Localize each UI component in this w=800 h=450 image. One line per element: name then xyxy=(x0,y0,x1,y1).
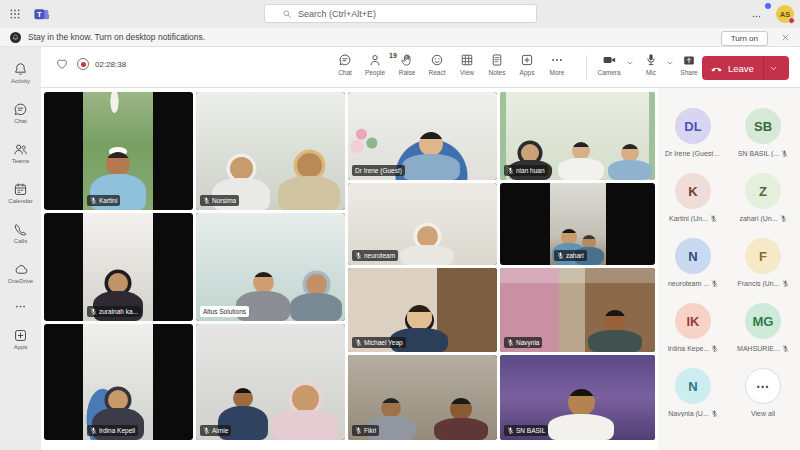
phone-down-icon xyxy=(710,62,723,75)
notes-button[interactable]: Notes xyxy=(481,53,513,76)
video-tile[interactable]: Aimie xyxy=(196,324,345,440)
video-tile[interactable]: Norsima xyxy=(196,92,345,210)
chat-icon xyxy=(13,102,28,117)
more-icon xyxy=(14,300,27,313)
mic-off-icon xyxy=(710,215,717,222)
avatar[interactable]: IK xyxy=(675,303,711,339)
participant-navynia: N Navynia (U... xyxy=(660,368,726,417)
video-tile[interactable]: neuroteam xyxy=(348,183,497,265)
toolbar-divider xyxy=(586,55,587,80)
search-input[interactable]: Search (Ctrl+Alt+E) xyxy=(264,4,537,23)
video-tile[interactable]: Fikri xyxy=(348,355,497,440)
mic-off-icon xyxy=(203,427,210,434)
share-icon xyxy=(682,54,696,67)
sidebar-item-onedrive[interactable]: OneDrive xyxy=(0,253,41,293)
meeting-timer: 02:28:38 xyxy=(95,60,126,69)
video-tile[interactable]: Navynia xyxy=(500,268,655,352)
avatar[interactable]: DL xyxy=(675,108,711,144)
close-icon[interactable] xyxy=(781,33,790,42)
chat-icon xyxy=(338,53,352,67)
teams-logo-icon: T xyxy=(33,6,50,23)
turn-on-button[interactable]: Turn on xyxy=(721,31,768,46)
sidebar-item-apps[interactable]: Apps xyxy=(0,319,41,359)
sidebar-item-activity[interactable]: Activity xyxy=(0,53,41,93)
app-rail: Activity Chat Teams Calendar Calls OneDr… xyxy=(0,47,41,450)
apps-button[interactable]: Apps xyxy=(511,53,543,76)
mic-off-icon xyxy=(782,280,789,287)
video-tile[interactable]: Kartini xyxy=(44,92,193,210)
people-button[interactable]: 19 People xyxy=(359,53,391,76)
mic-off-icon xyxy=(90,427,97,434)
mic-off-icon xyxy=(507,339,514,346)
mic-off-icon xyxy=(781,150,788,157)
mic-off-icon xyxy=(203,197,210,204)
video-tile[interactable]: nian huan xyxy=(500,92,655,180)
mic-off-icon xyxy=(90,197,97,204)
mic-off-icon xyxy=(711,280,718,287)
meeting-toolbar: 02:28:38 Chat 19 People Raise React View… xyxy=(41,47,800,88)
presence-busy-dot xyxy=(788,17,795,24)
avatar[interactable]: SB xyxy=(745,108,781,144)
sidebar-item-calendar[interactable]: Calendar xyxy=(0,173,41,213)
video-tile[interactable]: zurainah ka... xyxy=(44,213,193,321)
onedrive-icon xyxy=(13,262,28,277)
mic-off-icon xyxy=(507,427,514,434)
notes-icon xyxy=(490,53,504,67)
title-bar: T Search (Ctrl+Alt+E) AS xyxy=(0,0,800,28)
recording-indicator xyxy=(77,58,89,70)
people-icon xyxy=(368,53,382,67)
mic-off-icon xyxy=(782,345,789,352)
video-tile[interactable]: SN BASIL xyxy=(500,355,655,440)
raise-hand-button[interactable]: Raise xyxy=(391,53,423,76)
search-icon xyxy=(282,9,292,19)
leave-button[interactable]: Leave xyxy=(702,56,789,80)
mic-off-icon xyxy=(711,345,718,352)
mic-off-icon xyxy=(355,427,362,434)
heart-icon[interactable] xyxy=(55,57,69,71)
apps-icon xyxy=(13,328,28,343)
participant-zahari: Z zahari (Un... xyxy=(730,173,796,222)
titlebar-more-icon[interactable] xyxy=(751,11,762,22)
react-icon xyxy=(430,53,444,67)
camera-chevron-icon[interactable] xyxy=(626,59,634,67)
sidebar-item-calls[interactable]: Calls xyxy=(0,213,41,253)
search-placeholder: Search (Ctrl+Alt+E) xyxy=(298,9,376,19)
avatar[interactable]: MG xyxy=(745,303,781,339)
calendar-icon xyxy=(13,182,28,197)
video-tile[interactable]: Michael Yeap xyxy=(348,268,497,352)
sidebar-item-chat[interactable]: Chat xyxy=(0,93,41,133)
more-button[interactable]: More xyxy=(541,53,573,76)
svg-text:T: T xyxy=(37,10,42,19)
bell-icon xyxy=(13,62,28,77)
app-launcher-icon[interactable] xyxy=(9,8,21,20)
participant-mahsurie: MG MAHSURIE... xyxy=(730,303,796,352)
avatar[interactable]: N xyxy=(675,368,711,404)
avatar[interactable]: Z xyxy=(745,173,781,209)
leave-chevron-icon[interactable] xyxy=(769,64,778,73)
mic-off-icon xyxy=(780,215,787,222)
mic-off-icon xyxy=(355,252,362,259)
avatar[interactable]: K xyxy=(675,173,711,209)
share-button[interactable]: Share xyxy=(673,53,705,76)
chat-button[interactable]: Chat xyxy=(329,53,361,76)
overflow-participants-panel: DL Dr Irene (Guest)... SB SN BASIL (... … xyxy=(658,88,800,450)
video-grid: Kartini zurainah ka... Irdina Kepeli Nor… xyxy=(41,88,658,450)
apps-icon xyxy=(520,53,534,67)
participant-kartini: K Kartini (Un... xyxy=(660,173,726,222)
mic-off-icon xyxy=(557,252,564,259)
notification-banner: Stay in the know. Turn on desktop notifi… xyxy=(0,28,800,47)
video-tile[interactable]: Dr Irene (Guest) xyxy=(348,92,497,180)
video-tile[interactable]: zahari xyxy=(500,183,655,265)
sidebar-item-more[interactable] xyxy=(0,293,41,319)
view-button[interactable]: View xyxy=(451,53,483,76)
avatar[interactable]: F xyxy=(745,238,781,274)
video-tile[interactable]: Altus Solutions xyxy=(196,213,345,321)
avatar[interactable]: N xyxy=(675,238,711,274)
mic-button[interactable]: Mic xyxy=(635,53,667,76)
sidebar-item-teams[interactable]: Teams xyxy=(0,133,41,173)
view-all-button: ⋯ View all xyxy=(730,368,796,417)
video-tile[interactable]: Irdina Kepeli xyxy=(44,324,193,440)
react-button[interactable]: React xyxy=(421,53,453,76)
camera-button[interactable]: Camera xyxy=(593,53,625,76)
view-all-avatar[interactable]: ⋯ xyxy=(745,368,781,404)
